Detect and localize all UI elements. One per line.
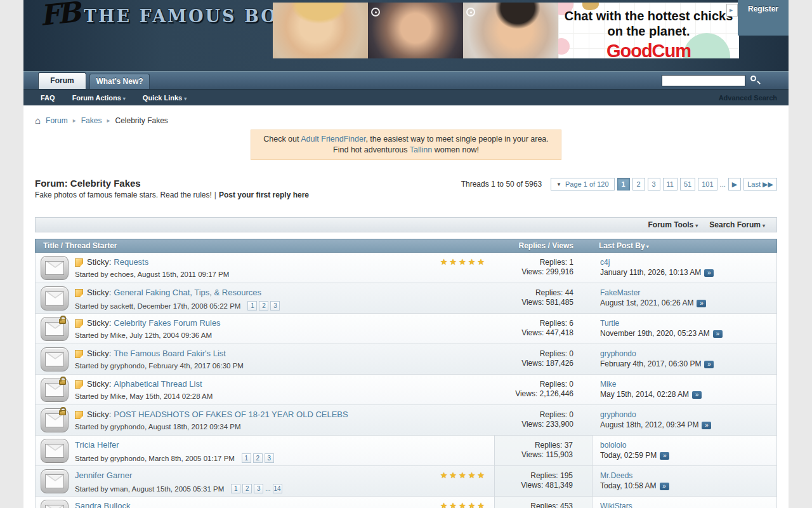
- last-post-user[interactable]: c4j: [600, 258, 610, 267]
- goto-last-post-icon[interactable]: »: [704, 361, 714, 368]
- col-replies-views[interactable]: Replies / Views: [494, 241, 593, 250]
- first-reply-link[interactable]: Post your first reply here: [219, 190, 309, 199]
- page-number-button[interactable]: 11: [663, 178, 678, 190]
- mini-page-link[interactable]: 2: [242, 484, 252, 493]
- camera-badge-icon: [466, 8, 475, 17]
- forum-description: Fake photos of famous female stars. Read…: [35, 190, 777, 199]
- thread-status-cell: [36, 497, 74, 508]
- last-post-cell: Mike May 15th, 2014, 02:28 AM »: [593, 375, 776, 404]
- nav-forum-actions[interactable]: Forum Actions▾: [72, 94, 126, 102]
- last-post-user[interactable]: bolololo: [600, 441, 626, 450]
- home-icon[interactable]: ⌂: [35, 115, 41, 126]
- breadcrumb-fakes[interactable]: Fakes: [81, 116, 102, 125]
- mini-page-link[interactable]: 3: [265, 453, 274, 463]
- mini-page-link[interactable]: 2: [259, 301, 268, 311]
- mini-page-ellipsis: ...: [265, 485, 270, 492]
- goto-last-post-icon[interactable]: »: [660, 452, 669, 460]
- goto-last-post-icon[interactable]: »: [697, 300, 706, 307]
- page-number-button[interactable]: 2: [632, 178, 645, 190]
- nav-quick-links[interactable]: Quick Links▾: [143, 94, 187, 102]
- ad-photo-3[interactable]: [463, 3, 558, 58]
- mini-page-link[interactable]: 3: [270, 301, 280, 311]
- thread-replies: Replies: 6: [494, 319, 573, 328]
- goto-last-post-icon[interactable]: »: [660, 483, 669, 490]
- next-page-button[interactable]: ▶: [728, 178, 741, 190]
- register-button[interactable]: Register: [738, 4, 789, 13]
- ad-banner[interactable]: Chat with the hottest chicks on the plan…: [273, 3, 739, 58]
- site-header: FB THE FAMOUS BOARD Chat with the hottes…: [23, 0, 789, 71]
- sticky-note-icon: [75, 319, 83, 328]
- goto-last-post-icon[interactable]: »: [704, 269, 714, 277]
- tallinn-link[interactable]: Tallinn: [410, 145, 432, 154]
- search-input[interactable]: [662, 75, 745, 86]
- last-post-date: August 1st, 2021, 06:26 AM: [600, 298, 693, 308]
- breadcrumb-forum[interactable]: Forum: [46, 116, 68, 125]
- mini-page-link[interactable]: 1: [247, 301, 257, 311]
- mini-page-link[interactable]: 1: [231, 484, 240, 493]
- register-panel: Register: [738, 0, 789, 36]
- ad-headline-line1: Chat with the hottest chicks: [558, 8, 739, 23]
- mini-page-link[interactable]: 2: [253, 453, 263, 463]
- ad-brand[interactable]: GoodCum: [558, 41, 739, 58]
- mini-page-link[interactable]: 14: [273, 484, 282, 493]
- last-post-date: May 15th, 2014, 02:28 AM: [600, 390, 689, 399]
- search-forum-menu[interactable]: Search Forum▾: [709, 220, 765, 229]
- breadcrumb-current: Celebrity Fakes: [115, 116, 167, 125]
- thread-title-link[interactable]: Celebrity Fakes Forum Rules: [114, 318, 220, 328]
- col-title-thread-starter[interactable]: Title / Thread Starter: [36, 241, 494, 250]
- page-number-button[interactable]: 51: [680, 178, 695, 190]
- search-button[interactable]: [745, 74, 763, 87]
- nav-faq[interactable]: FAQ: [41, 94, 55, 102]
- mini-page-link[interactable]: 1: [242, 453, 251, 463]
- goto-last-post-icon[interactable]: »: [692, 391, 702, 399]
- ad-photo-1[interactable]: [273, 3, 368, 58]
- page-number-button[interactable]: 3: [648, 178, 660, 190]
- page-number-button[interactable]: 1: [617, 178, 630, 190]
- goto-last-post-icon[interactable]: »: [713, 330, 723, 338]
- last-post-user[interactable]: Mike: [600, 380, 616, 389]
- thread-title-link[interactable]: Requests: [114, 257, 148, 267]
- ad-photo-2[interactable]: [368, 3, 463, 58]
- page-selector-button[interactable]: ▼Page 1 of 120: [551, 178, 614, 190]
- thread-title-link[interactable]: Tricia Helfer: [75, 440, 119, 450]
- site-container: FB THE FAMOUS BOARD Chat with the hottes…: [23, 0, 789, 508]
- fb-logo: FB: [39, 0, 80, 32]
- col-last-post-by[interactable]: Last Post By▾: [593, 241, 776, 250]
- page-number-button[interactable]: 101: [698, 178, 717, 190]
- last-post-user[interactable]: FakeMaster: [600, 288, 640, 298]
- last-post-user[interactable]: gryphondo: [600, 410, 636, 420]
- thread-started: Started by gryphondo, August 18th, 2012 …: [75, 423, 241, 431]
- chevron-down-icon: ▾: [184, 96, 187, 102]
- ad-choices-icon[interactable]: [726, 4, 738, 17]
- goto-last-post-icon[interactable]: »: [702, 422, 711, 429]
- last-post-user[interactable]: gryphondo: [600, 349, 636, 359]
- last-page-button[interactable]: Last ▶▶: [743, 178, 777, 190]
- thread-title-link[interactable]: General Faking Chat, Tips, & Resources: [114, 288, 261, 298]
- envelope-icon: [41, 317, 69, 341]
- last-post-user[interactable]: WikiStars: [600, 502, 632, 508]
- thread-title-link[interactable]: Jennifer Garner: [75, 471, 132, 481]
- mini-page-link[interactable]: 3: [254, 484, 263, 493]
- thread-title-link[interactable]: POST HEADSHOTS OF FAKES OF 18-21 YEAR OL…: [114, 410, 348, 420]
- table-row: Sticky: Requests Started by echoes, Augu…: [36, 253, 776, 283]
- thread-views: Views: 2,126,446: [494, 389, 573, 399]
- thread-title-link[interactable]: Sandra Bullock: [75, 501, 130, 508]
- forum-tools-menu[interactable]: Forum Tools▾: [648, 220, 698, 229]
- last-post-user[interactable]: Turtle: [600, 319, 619, 328]
- thread-main-cell: Sticky: POST HEADSHOTS OF FAKES OF 18-21…: [74, 405, 494, 435]
- sort-caret-icon: ▾: [646, 244, 649, 250]
- thread-title-link[interactable]: The Famous Board Fakir's List: [114, 349, 226, 359]
- sub-nav-bar: FAQ Forum Actions▾ Quick Links▾ Advanced…: [23, 89, 789, 105]
- thread-rating-stars: ★★★★★: [440, 501, 487, 508]
- thread-prefix: Sticky:: [87, 410, 111, 420]
- page-number-buttons: 1231151101: [615, 178, 717, 190]
- lock-icon: [59, 380, 66, 385]
- advanced-search-link[interactable]: Advanced Search: [719, 94, 777, 102]
- tab-forum[interactable]: Forum: [38, 72, 86, 89]
- last-post-user[interactable]: Mr.Deeds: [600, 471, 632, 481]
- ad-text-panel[interactable]: Chat with the hottest chicks on the plan…: [558, 3, 739, 58]
- tab-whats-new[interactable]: What's New?: [89, 74, 150, 89]
- adult-friendfinder-link[interactable]: Adult FriendFinder: [301, 135, 365, 144]
- table-header: Title / Thread Starter Replies / Views L…: [35, 239, 777, 253]
- thread-title-link[interactable]: Alphabetical Thread List: [114, 379, 202, 389]
